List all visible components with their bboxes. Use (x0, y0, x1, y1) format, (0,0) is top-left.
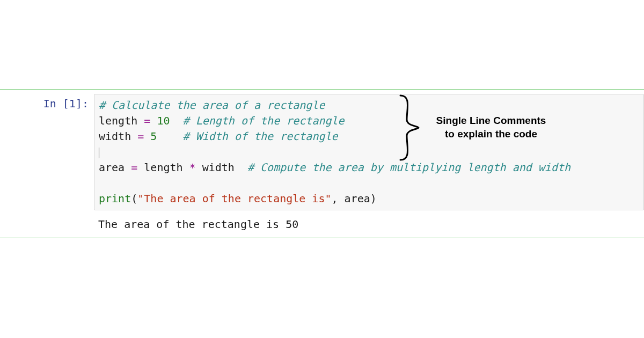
code-line-1: # Calculate the area of a rectangle (99, 98, 639, 113)
assign-op: = (131, 130, 150, 143)
output-text: The area of the rectangle is 50 (94, 217, 644, 232)
input-row: In [1]: # Calculate the area of a rectan… (0, 90, 644, 215)
comma-sep: , (332, 192, 345, 205)
builtin-fn: print (99, 192, 131, 205)
variable-ref: width (202, 161, 235, 174)
prompt-label: In [1]: (43, 97, 89, 110)
assign-op: = (137, 114, 157, 127)
code-input-area[interactable]: # Calculate the area of a rectanglelengt… (94, 94, 644, 210)
variable-ref: area (345, 192, 370, 205)
comment-text: # Compute the area by multiplying length… (247, 161, 570, 174)
notebook-cell: In [1]: # Calculate the area of a rectan… (0, 89, 644, 238)
input-prompt: In [1]: (0, 94, 94, 110)
open-paren: ( (131, 192, 137, 205)
variable-name: length (99, 114, 137, 127)
code-line-3: width = 5 # Width of the rectangle (99, 129, 639, 144)
close-paren: ) (370, 192, 377, 205)
multiply-op: * (183, 161, 202, 174)
variable-ref: length (144, 161, 182, 174)
code-line-2: length = 10 # Length of the rectangle (99, 113, 639, 129)
comment-text: # Calculate the area of a rectangle (99, 99, 325, 112)
comment-text: # Length of the rectangle (183, 114, 345, 127)
code-line-4 (99, 144, 639, 160)
number-literal: 10 (157, 114, 170, 127)
string-literal: "The area of the rectangle is" (137, 192, 331, 205)
variable-name: area (99, 161, 125, 174)
text-cursor (99, 148, 99, 158)
code-line-5: area = length * width # Compute the area… (99, 160, 639, 175)
output-row: The area of the rectangle is 50 (0, 215, 644, 238)
number-literal: 5 (150, 130, 157, 143)
code-line-7: print("The area of the rectangle is", ar… (99, 191, 639, 207)
comment-text: # Width of the rectangle (183, 130, 338, 143)
variable-name: width (99, 130, 131, 143)
code-line-6 (99, 175, 639, 191)
assign-op: = (125, 161, 144, 174)
